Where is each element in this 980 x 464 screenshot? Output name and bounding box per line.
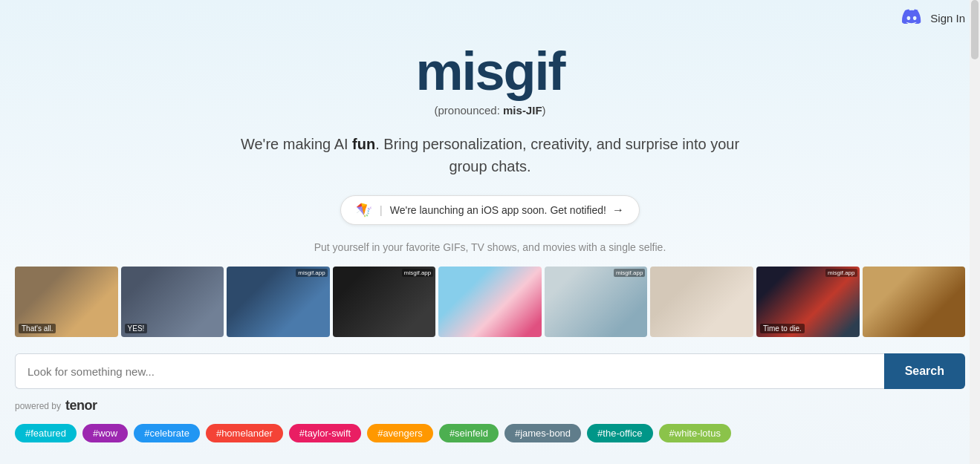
header: Sign In bbox=[887, 0, 980, 36]
gif-item-5[interactable]: misgif.app bbox=[545, 267, 648, 337]
tag-taylor-swift[interactable]: #taylor-swift bbox=[289, 424, 361, 442]
pronunciation-bold: mis-JIF bbox=[503, 104, 542, 117]
search-input[interactable] bbox=[15, 353, 884, 389]
pronunciation-text: (pronounced: mis-JIF) bbox=[434, 104, 545, 117]
gif-item-6[interactable] bbox=[650, 267, 753, 337]
gif-item-0[interactable]: That's all. bbox=[15, 267, 118, 337]
search-button[interactable]: Search bbox=[884, 353, 965, 389]
ios-banner-text: We're launching an iOS app soon. Get not… bbox=[390, 204, 606, 216]
banner-arrow: → bbox=[612, 203, 624, 217]
tag-the-office[interactable]: #the-office bbox=[587, 424, 652, 442]
gif-item-3[interactable]: misgif.app bbox=[333, 267, 436, 337]
gif-badge-7: misgif.app bbox=[825, 269, 857, 277]
tenor-logo: tenor bbox=[65, 398, 97, 414]
gif-badge-3: misgif.app bbox=[402, 269, 433, 277]
gif-badge-5: misgif.app bbox=[614, 269, 645, 277]
discord-icon bbox=[902, 7, 921, 28]
gif-badge-2: misgif.app bbox=[296, 269, 327, 277]
gif-item-4[interactable] bbox=[438, 267, 542, 337]
tenor-attribution: powered by tenor bbox=[15, 398, 965, 414]
tag-avengers[interactable]: #avengers bbox=[367, 424, 433, 442]
tag-homelander[interactable]: #homelander bbox=[206, 424, 283, 442]
gif-item-1[interactable]: YES! bbox=[121, 267, 224, 337]
tagline-suffix: . Bring personalization, creativity, and… bbox=[375, 136, 739, 174]
scrollbar-track[interactable] bbox=[970, 0, 980, 464]
main-content: misgif (pronounced: mis-JIF) We're makin… bbox=[0, 0, 980, 457]
gif-label-7: Time to die. bbox=[760, 324, 805, 333]
gif-label-0: That's all. bbox=[19, 324, 56, 333]
gif-item-8[interactable] bbox=[863, 267, 966, 337]
site-logo: misgif bbox=[415, 45, 564, 98]
ios-banner[interactable]: 🪁 | We're launching an iOS app soon. Get… bbox=[340, 195, 640, 225]
gif-item-7[interactable]: Time to die.misgif.app bbox=[756, 267, 860, 337]
tag-featured[interactable]: #featured bbox=[15, 424, 77, 442]
tag-james-bond[interactable]: #james-bond bbox=[504, 424, 581, 442]
tag-celebrate[interactable]: #celebrate bbox=[134, 424, 200, 442]
tag-seinfeld[interactable]: #seinfeld bbox=[439, 424, 499, 442]
tagline-bold: fun bbox=[352, 136, 375, 152]
gif-strip: That's all.YES!misgif.appmisgif.appmisgi… bbox=[15, 267, 965, 337]
tag-white-lotus[interactable]: #white-lotus bbox=[659, 424, 731, 442]
gif-label-1: YES! bbox=[125, 324, 148, 333]
gif-item-2[interactable]: misgif.app bbox=[227, 267, 330, 337]
search-area: Search bbox=[15, 353, 965, 389]
selfie-subtitle: Put yourself in your favorite GIFs, TV s… bbox=[314, 241, 666, 253]
banner-divider: | bbox=[380, 204, 383, 216]
tagline: We're making AI fun. Bring personalizati… bbox=[230, 133, 750, 177]
tag-wow[interactable]: #wow bbox=[82, 424, 128, 442]
sign-in-link[interactable]: Sign In bbox=[930, 12, 965, 24]
tags-row: #featured#wow#celebrate#homelander#taylo… bbox=[15, 424, 965, 442]
ios-emoji: 🪁 bbox=[356, 202, 372, 218]
powered-by-text: powered by bbox=[15, 401, 61, 411]
tagline-prefix: We're making AI bbox=[241, 136, 352, 152]
